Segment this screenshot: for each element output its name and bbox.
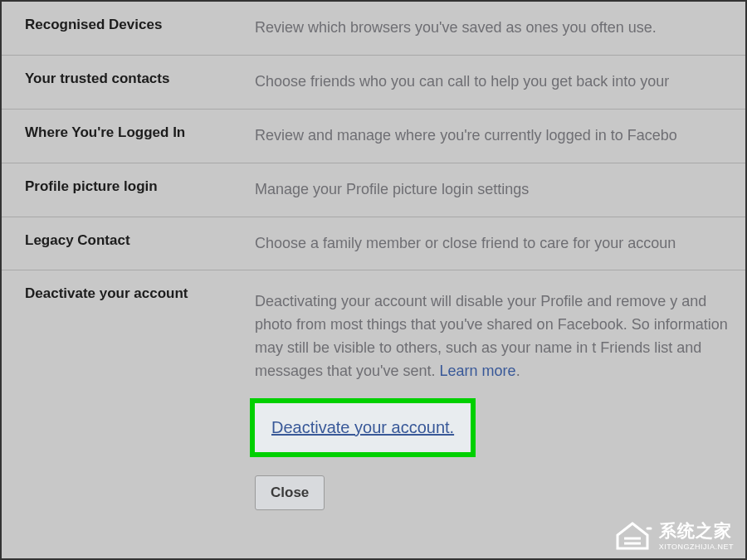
setting-description: Choose a family member or close friend t… <box>255 232 745 256</box>
setting-row-logged-in[interactable]: Where You're Logged In Review and manage… <box>2 110 745 163</box>
watermark: 系统之家 XITONGZHIJIA.NET <box>613 519 734 552</box>
deactivate-expanded-section: Deactivating your account will disable y… <box>255 285 745 510</box>
setting-label: Profile picture login <box>2 178 255 195</box>
security-settings-list: Recognised Devices Review which browsers… <box>2 2 745 527</box>
deactivate-account-link[interactable]: Deactivate your account. <box>271 418 454 436</box>
setting-description: Manage your Profile picture login settin… <box>255 178 745 202</box>
learn-more-link[interactable]: Learn more <box>440 363 516 379</box>
setting-description: Review which browsers you've saved as on… <box>255 17 745 40</box>
setting-label: Recognised Devices <box>2 17 255 33</box>
setting-row-legacy-contact[interactable]: Legacy Contact Choose a family member or… <box>2 217 745 271</box>
watermark-text: 系统之家 XITONGZHIJIA.NET <box>659 519 734 551</box>
setting-label: Legacy Contact <box>2 232 255 249</box>
setting-description: Choose friends who you can call to help … <box>255 71 745 94</box>
house-icon <box>613 519 652 552</box>
deactivate-description-text: Deactivating your account will disable y… <box>255 290 737 383</box>
setting-row-recognised-devices[interactable]: Recognised Devices Review which browsers… <box>2 2 745 56</box>
close-button[interactable]: Close <box>255 475 325 510</box>
highlight-annotation-box: Deactivate your account. <box>250 398 476 457</box>
watermark-en: XITONGZHIJIA.NET <box>659 543 734 551</box>
setting-row-profile-picture-login[interactable]: Profile picture login Manage your Profil… <box>2 163 745 217</box>
watermark-cn: 系统之家 <box>659 519 734 543</box>
period: . <box>516 363 520 379</box>
setting-label: Deactivate your account <box>2 285 255 302</box>
setting-row-deactivate: Deactivate your account Deactivating you… <box>2 270 745 527</box>
setting-row-trusted-contacts[interactable]: Your trusted contacts Choose friends who… <box>2 56 745 110</box>
setting-label: Your trusted contacts <box>2 71 255 87</box>
setting-description: Review and manage where you're currently… <box>255 124 745 148</box>
setting-label: Where You're Logged In <box>2 124 255 141</box>
